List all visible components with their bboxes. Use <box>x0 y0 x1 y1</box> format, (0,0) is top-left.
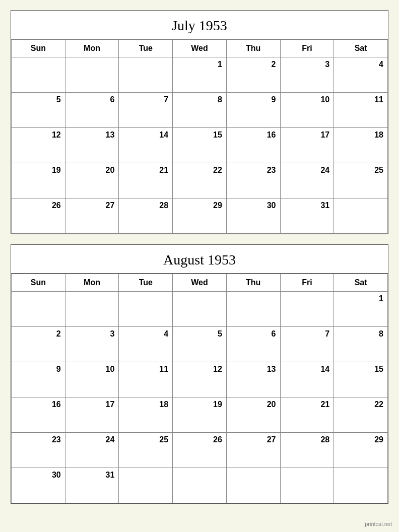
july-day-cell: 25 <box>334 163 388 198</box>
watermark: printcal.net <box>365 521 392 527</box>
july-day-cell: 20 <box>65 163 119 198</box>
august-day-cell: 25 <box>119 433 173 468</box>
july-header-tue: Tue <box>119 40 173 57</box>
july-day-cell: 31 <box>280 198 334 234</box>
august-body: 1234567891011121314151617181920212223242… <box>12 292 388 503</box>
august-day-cell <box>173 468 227 503</box>
august-header-thu: Thu <box>226 274 280 292</box>
august-day-cell: 19 <box>173 397 227 433</box>
july-day-cell: 11 <box>334 93 388 128</box>
july-header-wed: Wed <box>173 40 227 57</box>
july-header-mon: Mon <box>65 40 119 57</box>
july-day-cell: 15 <box>173 128 227 163</box>
july-day-cell <box>119 57 173 93</box>
july-day-cell: 10 <box>280 93 334 128</box>
august-day-cell: 26 <box>173 433 227 468</box>
august-header-wed: Wed <box>173 274 227 292</box>
july-day-cell: 24 <box>280 163 334 198</box>
july-day-cell: 13 <box>65 128 119 163</box>
august-header-fri: Fri <box>280 274 334 292</box>
august-day-cell <box>334 468 388 503</box>
august-day-cell: 8 <box>334 327 388 362</box>
august-day-cell: 13 <box>226 362 280 397</box>
july-day-cell <box>12 57 65 93</box>
july-week-2: 567891011 <box>12 93 388 128</box>
july-week-5: 262728293031 <box>12 198 388 234</box>
august-day-cell: 17 <box>65 397 119 433</box>
august-day-cell <box>12 292 65 327</box>
august-day-cell <box>280 292 334 327</box>
august-day-cell: 2 <box>12 327 65 362</box>
july-day-cell: 27 <box>65 198 119 234</box>
august-week-2: 2345678 <box>12 327 388 362</box>
july-day-cell: 7 <box>119 93 173 128</box>
july-title: July 1953 <box>11 11 388 39</box>
july-day-cell: 22 <box>173 163 227 198</box>
july-calendar: July 1953 Sun Mon Tue Wed Thu Fri Sat 12… <box>11 10 388 234</box>
august-header-sat: Sat <box>334 274 388 292</box>
july-day-cell: 6 <box>65 93 119 128</box>
august-header-mon: Mon <box>65 274 119 292</box>
july-day-cell: 26 <box>12 198 65 234</box>
august-day-cell: 11 <box>119 362 173 397</box>
july-header-row: Sun Mon Tue Wed Thu Fri Sat <box>12 40 388 57</box>
july-day-cell <box>334 198 388 234</box>
august-day-cell: 28 <box>280 433 334 468</box>
august-day-cell: 1 <box>334 292 388 327</box>
july-day-cell: 1 <box>173 57 227 93</box>
july-day-cell: 21 <box>119 163 173 198</box>
july-header-sat: Sat <box>334 40 388 57</box>
august-day-cell: 9 <box>12 362 65 397</box>
july-day-cell: 9 <box>226 93 280 128</box>
august-day-cell: 20 <box>226 397 280 433</box>
july-header-sun: Sun <box>12 40 65 57</box>
august-header-tue: Tue <box>119 274 173 292</box>
august-day-cell: 5 <box>173 327 227 362</box>
august-week-1: 1 <box>12 292 388 327</box>
august-day-cell <box>119 468 173 503</box>
august-week-3: 9101112131415 <box>12 362 388 397</box>
july-body: 1234567891011121314151617181920212223242… <box>12 57 388 234</box>
august-day-cell <box>280 468 334 503</box>
august-day-cell: 29 <box>334 433 388 468</box>
august-day-cell: 7 <box>280 327 334 362</box>
july-week-1: 1234 <box>12 57 388 93</box>
august-day-cell: 6 <box>226 327 280 362</box>
august-day-cell: 10 <box>65 362 119 397</box>
august-day-cell: 23 <box>12 433 65 468</box>
july-day-cell: 17 <box>280 128 334 163</box>
august-calendar: August 1953 Sun Mon Tue Wed Thu Fri Sat … <box>11 244 388 504</box>
july-week-4: 19202122232425 <box>12 163 388 198</box>
july-day-cell: 28 <box>119 198 173 234</box>
july-day-cell: 16 <box>226 128 280 163</box>
july-day-cell: 19 <box>12 163 65 198</box>
july-day-cell: 23 <box>226 163 280 198</box>
august-day-cell <box>119 292 173 327</box>
july-day-cell: 2 <box>226 57 280 93</box>
august-day-cell <box>173 292 227 327</box>
july-day-cell: 30 <box>226 198 280 234</box>
august-day-cell <box>226 468 280 503</box>
august-header-sun: Sun <box>12 274 65 292</box>
july-day-cell: 14 <box>119 128 173 163</box>
august-day-cell: 30 <box>12 468 65 503</box>
august-title: August 1953 <box>11 245 388 274</box>
august-day-cell: 14 <box>280 362 334 397</box>
august-day-cell: 21 <box>280 397 334 433</box>
august-day-cell: 22 <box>334 397 388 433</box>
august-day-cell: 4 <box>119 327 173 362</box>
august-header-row: Sun Mon Tue Wed Thu Fri Sat <box>12 274 388 292</box>
july-day-cell: 5 <box>12 93 65 128</box>
july-week-3: 12131415161718 <box>12 128 388 163</box>
july-day-cell: 18 <box>334 128 388 163</box>
august-week-5: 23242526272829 <box>12 433 388 468</box>
july-day-cell: 29 <box>173 198 227 234</box>
august-day-cell: 31 <box>65 468 119 503</box>
july-header-fri: Fri <box>280 40 334 57</box>
july-day-cell: 3 <box>280 57 334 93</box>
august-day-cell <box>65 292 119 327</box>
august-day-cell <box>226 292 280 327</box>
august-day-cell: 12 <box>173 362 227 397</box>
july-day-cell: 8 <box>173 93 227 128</box>
august-week-4: 16171819202122 <box>12 397 388 433</box>
